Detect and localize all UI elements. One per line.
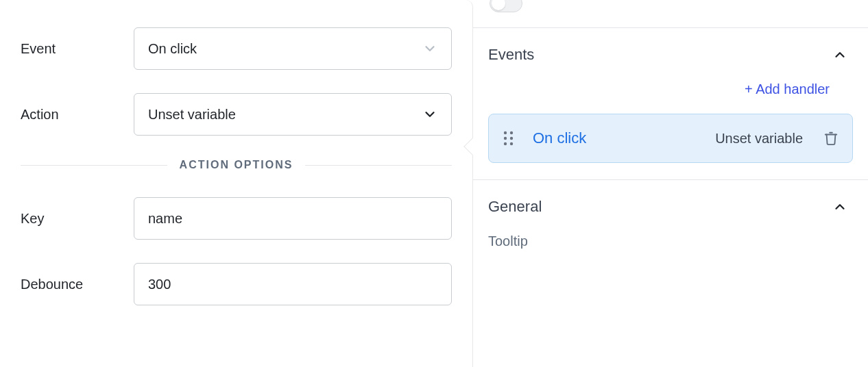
svg-point-3 bbox=[510, 137, 513, 140]
events-section: Events + Add handler On click Unset vari… bbox=[473, 27, 868, 179]
action-select-value: Unset variable bbox=[148, 107, 236, 123]
chevron-down-icon bbox=[422, 107, 437, 122]
action-row: Action Unset variable bbox=[21, 93, 452, 136]
action-options-divider: ACTION OPTIONS bbox=[21, 159, 452, 171]
key-label: Key bbox=[21, 211, 134, 227]
trash-icon[interactable] bbox=[823, 129, 839, 147]
svg-point-5 bbox=[510, 142, 513, 145]
general-header[interactable]: General bbox=[473, 180, 868, 233]
properties-sidebar: Events + Add handler On click Unset vari… bbox=[473, 0, 868, 367]
tooltip-label: Tooltip bbox=[473, 233, 868, 249]
debounce-label: Debounce bbox=[21, 277, 134, 292]
drag-handle-icon[interactable] bbox=[503, 129, 515, 147]
add-handler-link[interactable]: + Add handler bbox=[473, 81, 868, 114]
general-title: General bbox=[488, 198, 542, 216]
svg-point-1 bbox=[510, 131, 513, 134]
events-header[interactable]: Events bbox=[473, 28, 868, 81]
handler-editor-panel: Event On click Action Unset variable ACT… bbox=[0, 0, 473, 367]
svg-point-4 bbox=[504, 142, 507, 145]
debounce-row: Debounce bbox=[21, 263, 452, 305]
events-title: Events bbox=[488, 46, 534, 64]
key-row: Key bbox=[21, 197, 452, 240]
svg-point-0 bbox=[504, 131, 507, 134]
key-input[interactable] bbox=[134, 197, 452, 240]
general-section: General Tooltip bbox=[473, 179, 868, 249]
toggle-row bbox=[473, 0, 868, 27]
handler-event-label: On click bbox=[533, 129, 586, 147]
toggle-switch[interactable] bbox=[490, 0, 522, 12]
action-options-label: ACTION OPTIONS bbox=[167, 159, 306, 171]
event-label: Event bbox=[21, 41, 134, 57]
chevron-up-icon bbox=[832, 47, 847, 62]
handler-row[interactable]: On click Unset variable bbox=[488, 114, 853, 163]
debounce-input[interactable] bbox=[134, 263, 452, 305]
svg-point-2 bbox=[504, 137, 507, 140]
action-label: Action bbox=[21, 107, 134, 123]
action-select[interactable]: Unset variable bbox=[134, 93, 452, 136]
chevron-down-icon bbox=[422, 41, 437, 56]
handler-action-label: Unset variable bbox=[715, 131, 803, 147]
chevron-up-icon bbox=[832, 199, 847, 214]
event-row: Event On click bbox=[21, 27, 452, 70]
event-select-value: On click bbox=[148, 41, 197, 57]
event-select[interactable]: On click bbox=[134, 27, 452, 70]
